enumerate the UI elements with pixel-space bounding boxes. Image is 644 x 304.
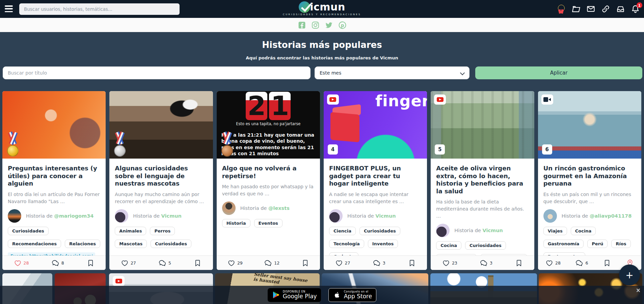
pinterest-icon[interactable]: p [338,21,347,29]
story-image[interactable]: finger 4 [324,91,427,159]
tag-pill[interactable]: Gadgets [329,252,358,256]
like-button[interactable]: 27 [121,259,136,267]
image-21-graphic: 2 1 [246,92,291,120]
avatar[interactable] [8,209,21,223]
like-button[interactable]: 27 [335,259,350,267]
period-select[interactable]: Este mes [315,66,469,79]
author-username[interactable]: Vicmun [375,213,396,219]
apply-filter-button[interactable]: Aplicar [475,66,642,79]
bookmark-button[interactable] [515,259,523,267]
app-store-badge[interactable]: Consíguelo en el App Store [328,288,377,302]
author-username[interactable]: @lexsts [268,205,290,211]
avatar[interactable] [543,209,557,223]
avatar[interactable] [436,224,450,237]
comments-icon [159,259,166,267]
story-image[interactable] [2,91,106,159]
facebook-icon[interactable] [298,21,306,29]
story-title[interactable]: Algunas curiosidades sobre el lenguaje d… [115,165,207,188]
tag-pill[interactable]: Viajes [543,227,567,235]
story-actions: 23 3 [431,255,534,270]
youtube-badge-icon [327,94,339,105]
story-card[interactable]: 6 Un rincón gastronómico gourmet en la A… [538,91,641,270]
bookmark-button[interactable] [603,259,611,267]
tag-list: Animales Perros Mascotas Curiosidades [115,227,207,248]
tag-pill[interactable]: Curiosidades [151,240,191,248]
global-search-input[interactable] [19,3,180,15]
story-card[interactable]: finger 4 FINGERBOT PLUS, un gadget para … [324,91,427,270]
hamburger-menu-icon[interactable] [5,5,13,12]
tag-pill[interactable]: Ríos [611,240,630,248]
google-play-badge[interactable]: DISPONIBLE EN Google Play [268,288,321,302]
story-title[interactable]: Aceite de oliva virgen extra, cómo lo ha… [436,165,529,195]
tag-pill[interactable]: Animales [115,227,146,235]
bookmark-button[interactable] [194,259,202,267]
author-username[interactable]: @mariogom34 [54,213,93,219]
bookmark-button[interactable] [87,259,95,267]
tag-pill[interactable]: Gastronomía [543,240,584,248]
author-username[interactable]: @aliavp041178 [590,213,632,219]
avatar[interactable] [329,209,343,223]
tag-pill[interactable]: Perros [150,227,175,235]
tag-pill[interactable]: Curiosidades [359,227,400,235]
story-title[interactable]: Preguntas interesantes (y útiles) para c… [8,165,100,188]
comments-button[interactable]: 3 [373,259,385,267]
heart-icon [545,259,553,267]
story-title[interactable]: Un rincón gastronómico gourmet en la Ama… [543,165,636,188]
tag-pill[interactable]: Cocina [571,227,596,235]
comment-count: 3 [490,260,492,266]
comments-button[interactable]: 6 [575,259,588,267]
tag-pill[interactable]: Restaurantes [543,252,585,256]
avatar[interactable] [222,201,236,215]
author-username[interactable]: Vicmun [161,213,182,219]
youtube-badge-icon [434,94,446,105]
like-button[interactable]: 28 [545,259,561,267]
tag-pill[interactable]: Eventos [254,219,283,227]
inbox-tray-icon[interactable] [616,4,625,13]
story-card[interactable]: Algunas curiosidades sobre el lenguaje d… [109,91,213,270]
story-card[interactable]: 2 1 Esto es una tapita, no pa'jartarse H… [217,91,320,270]
author-username[interactable]: Vicmun [483,228,503,233]
like-button[interactable]: 29 [227,259,243,267]
tag-pill[interactable]: Ciencia [329,227,356,235]
tag-pill[interactable]: Curiosidades [8,227,49,235]
folder-icon[interactable] [571,4,581,13]
tag-pill[interactable]: Historia [222,219,250,227]
tag-pill[interactable]: Relaciones [65,240,100,248]
story-image[interactable] [109,91,213,159]
bookmark-button[interactable] [301,259,309,267]
tag-pill[interactable]: Curiosidades [465,241,506,250]
messages-envelope-icon[interactable] [586,4,595,13]
like-button[interactable]: 28 [14,259,29,267]
story-card[interactable]: Preguntas interesantes (y útiles) para c… [2,91,106,270]
avatar[interactable] [115,209,128,223]
close-banner-icon[interactable]: × [636,287,641,294]
tag-pill[interactable]: Perú [587,240,608,248]
comments-button[interactable]: 3 [480,259,492,267]
add-story-button[interactable]: + [619,265,640,285]
vicmun-logo[interactable]: icmun CURIOSIDADES Y RECOMENDACIONES [283,1,361,16]
tag-pill[interactable]: Inventos [368,240,398,248]
notifications-bell-icon[interactable]: 1 [631,4,640,13]
instagram-icon[interactable] [311,21,320,29]
achievements-medal-icon[interactable] [557,4,566,13]
story-card[interactable]: 5 Aceite de oliva virgen extra, cómo lo … [431,91,534,270]
twitter-icon[interactable] [325,21,333,29]
link-icon[interactable] [601,4,610,13]
story-image[interactable]: 2 1 Esto es una tapita, no pa'jartarse H… [217,91,320,159]
tag-pill[interactable]: Recomendaciones [8,240,61,248]
like-button[interactable]: 23 [442,259,457,267]
tag-pill[interactable]: Tecnología [329,240,364,248]
story-image[interactable]: 6 [538,91,641,159]
tag-pill[interactable]: Mascotas [115,240,147,248]
title-search-input[interactable] [3,66,311,79]
story-image[interactable]: 5 [431,91,534,159]
comments-button[interactable]: 8 [52,259,64,267]
globe-check-logo-icon [299,1,310,13]
comments-button[interactable]: 5 [159,259,171,267]
tag-pill[interactable]: Cocina [436,241,461,250]
story-title[interactable]: Algo que no volverá a repetirse! [222,165,315,180]
bookmark-button[interactable] [408,259,416,267]
comments-button[interactable]: 12 [264,259,279,267]
heart-icon [121,259,129,267]
story-title[interactable]: FINGERBOT PLUS, un gadget para crear tu … [329,165,422,188]
